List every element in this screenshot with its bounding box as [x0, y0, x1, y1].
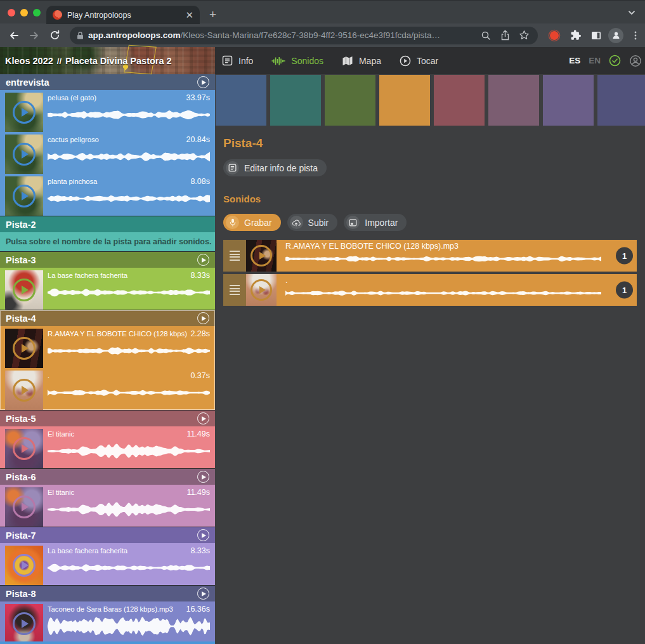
tab-close-icon[interactable]: ✕: [185, 10, 193, 20]
track-section-header[interactable]: Pista-8: [0, 586, 215, 601]
track-square-Pista-7[interactable]: [543, 75, 594, 126]
track-play-icon[interactable]: [197, 312, 209, 324]
play-icon[interactable]: [13, 279, 36, 301]
track-section-Pista-5: Pista-5El titanic11.49s: [0, 411, 215, 468]
track-play-icon[interactable]: [197, 471, 209, 483]
track-square-Pista-3[interactable]: [325, 75, 375, 126]
play-circle-icon: [400, 55, 411, 67]
play-icon[interactable]: [13, 379, 36, 402]
sound-item[interactable]: R.AMAYA Y EL BOBOTE CHICO (128 kbps)....…: [0, 326, 215, 368]
play-icon[interactable]: [13, 496, 36, 518]
sound-title: La base fachera facherita: [48, 272, 187, 279]
sound-waveform: [48, 282, 210, 303]
profile-avatar[interactable]: [608, 28, 623, 43]
browser-menu-icon[interactable]: [627, 27, 644, 44]
sound-item[interactable]: Taconeo de Sara Baras (128 kbps).mp316.3…: [0, 601, 215, 643]
lang-en-button[interactable]: EN: [589, 56, 601, 65]
track-section-header[interactable]: Pista-2: [0, 216, 215, 232]
forward-button[interactable]: [25, 27, 43, 44]
track-play-icon[interactable]: [197, 529, 209, 541]
minimize-window-button[interactable]: [20, 9, 28, 16]
drag-handle[interactable]: [223, 274, 246, 306]
sound-row[interactable]: R.AMAYA Y EL BOBOTE CHICO (128 kbps).mp3…: [223, 240, 637, 272]
new-tab-button[interactable]: +: [209, 7, 216, 22]
extensions-puzzle-icon[interactable]: [566, 27, 584, 44]
play-icon[interactable]: [13, 554, 36, 577]
play-icon[interactable]: [13, 612, 36, 635]
sound-item[interactable]: .0.37s: [0, 368, 215, 410]
play-icon[interactable]: [13, 143, 36, 166]
reload-button[interactable]: [46, 27, 63, 44]
zoom-window-button[interactable]: [33, 9, 41, 16]
bookmark-star-icon[interactable]: [516, 28, 531, 43]
track-square-Pista-4[interactable]: [379, 75, 430, 126]
favicon: [53, 10, 62, 20]
sound-item[interactable]: pelusa (el gato)33.97s: [0, 90, 215, 132]
play-icon[interactable]: [251, 279, 272, 301]
sound-item[interactable]: La base fachera facherita8.33s: [0, 268, 215, 310]
sound-waveform: [48, 440, 210, 462]
sound-item[interactable]: cactus peligroso20.84s: [0, 132, 215, 174]
track-section-header[interactable]: Pista-7: [0, 527, 215, 543]
nav-info[interactable]: Info: [222, 55, 253, 66]
play-icon[interactable]: [13, 101, 36, 124]
sound-count-badge: 1: [616, 282, 633, 299]
side-panel-icon[interactable]: [587, 27, 605, 44]
play-icon[interactable]: [13, 437, 36, 460]
play-icon[interactable]: [13, 337, 36, 360]
import-button[interactable]: Importar: [344, 214, 407, 231]
sound-item[interactable]: La base fachera facherita8.33s: [0, 543, 215, 585]
track-section-entrevista: entrevistapelusa (el gato)33.97scactus p…: [0, 74, 215, 216]
record-button[interactable]: Grabar: [223, 214, 281, 231]
track-section-header[interactable]: Pista-5: [0, 411, 215, 426]
sound-title: pelusa (el gato): [48, 94, 183, 102]
tab-search-chevron-icon[interactable]: [627, 8, 636, 17]
close-window-button[interactable]: [8, 9, 15, 16]
sound-thumbnail: [5, 329, 43, 368]
sound-thumbnail: [246, 274, 277, 306]
track-play-icon[interactable]: [197, 254, 209, 266]
nav-sonidos[interactable]: Sonidos: [271, 56, 323, 66]
sound-item[interactable]: El titanic11.49s: [0, 426, 215, 468]
account-icon[interactable]: [629, 55, 642, 67]
track-play-icon[interactable]: [197, 76, 209, 88]
sound-waveform: [285, 285, 604, 301]
upload-button[interactable]: Subir: [287, 214, 338, 231]
sound-count-badge: 1: [616, 247, 633, 265]
browser-tab[interactable]: Play Antropoloops ✕: [46, 6, 200, 24]
track-play-icon[interactable]: [197, 588, 209, 600]
sound-item[interactable]: planta pinchosa8.08s: [0, 174, 215, 216]
track-section-header[interactable]: Pista-3: [0, 252, 215, 268]
sound-row[interactable]: .1: [223, 274, 637, 306]
track-play-icon[interactable]: [197, 412, 209, 424]
sound-item[interactable]: El titanic11.49s: [0, 485, 215, 527]
track-square-entrevista[interactable]: [216, 75, 266, 126]
project-breadcrumb: Kleos 2022//Placeta Divina Pastora 2: [0, 56, 172, 66]
zoom-icon[interactable]: [478, 28, 493, 43]
sound-waveform: [48, 615, 210, 637]
drag-handle[interactable]: [223, 240, 246, 272]
play-icon[interactable]: [251, 245, 272, 266]
record-extension-icon[interactable]: [545, 27, 563, 44]
track-square-Pista-8[interactable]: [597, 75, 645, 126]
share-icon[interactable]: [497, 28, 512, 43]
track-title: Pista-4: [223, 136, 645, 150]
back-button[interactable]: [5, 27, 23, 44]
play-icon[interactable]: [13, 185, 36, 207]
track-section-header[interactable]: Pista-4: [0, 310, 215, 326]
sound-duration: 8.33s: [190, 546, 210, 555]
track-square-Pista-2[interactable]: [270, 75, 321, 126]
sound-title: La base fachera facherita: [48, 547, 187, 555]
track-square-Pista-6[interactable]: [488, 75, 539, 126]
track-section-header[interactable]: entrevista: [0, 74, 215, 90]
project-cover[interactable]: Kleos 2022//Placeta Divina Pastora 2: [0, 47, 215, 74]
lang-es-button[interactable]: ES: [569, 56, 580, 65]
nav-tocar[interactable]: Tocar: [400, 55, 438, 67]
track-square-Pista-5[interactable]: [434, 75, 485, 126]
track-section-header[interactable]: Pista-6: [0, 469, 215, 485]
sound-title: Taconeo de Sara Baras (128 kbps).mp3: [48, 605, 183, 613]
nav-mapa[interactable]: Mapa: [342, 56, 381, 66]
edit-track-info-button[interactable]: Editar info de pista: [223, 159, 327, 176]
url-bar[interactable]: app.antropoloops.com/Kleos-Santa-Marina/…: [70, 27, 538, 44]
sound-duration: 20.84s: [186, 135, 210, 144]
